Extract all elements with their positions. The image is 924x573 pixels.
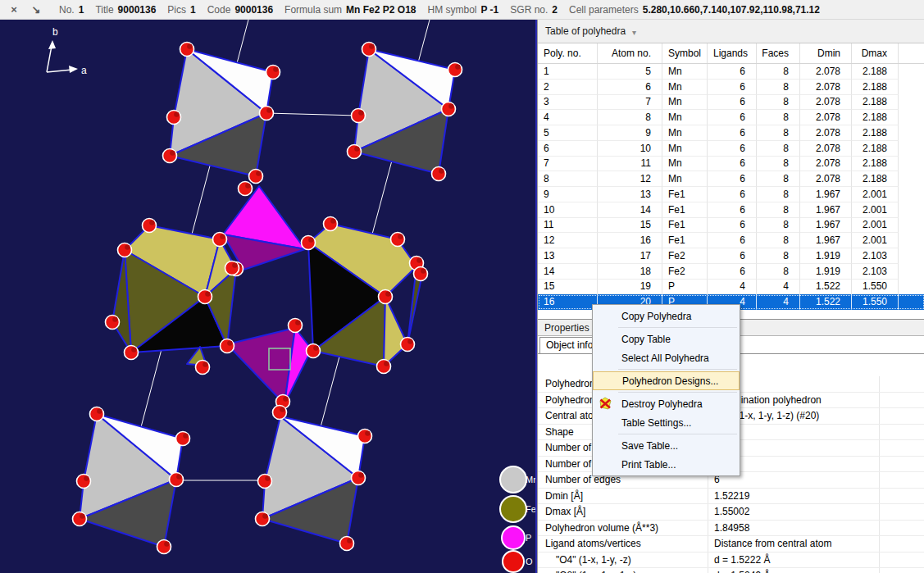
- column-header-dmax[interactable]: Dmax: [852, 43, 899, 63]
- field-label: Pics: [167, 4, 186, 16]
- cell: 2.103: [852, 248, 899, 264]
- oxygen-atom[interactable]: [302, 236, 316, 250]
- cell: 2.078: [800, 125, 852, 141]
- oxygen-atom[interactable]: [289, 319, 303, 333]
- oxygen-atom[interactable]: [432, 167, 446, 181]
- cell: 6: [708, 110, 757, 125]
- column-header-ligands[interactable]: Ligands: [708, 43, 757, 63]
- oxygen-atom[interactable]: [377, 360, 391, 374]
- oxygen-atom[interactable]: [379, 290, 393, 304]
- oxygen-atom[interactable]: [163, 149, 177, 163]
- oxygen-atom[interactable]: [198, 290, 212, 304]
- oxygen-atom[interactable]: [170, 473, 184, 487]
- oxygen-atom[interactable]: [225, 261, 239, 275]
- chevron-down-icon[interactable]: ▾: [632, 28, 636, 37]
- column-header-atom-no-[interactable]: Atom no.: [598, 43, 662, 63]
- cell: 13: [538, 248, 598, 264]
- table-row[interactable]: 1317Fe2681.9192.103: [538, 248, 924, 264]
- oxygen-atom[interactable]: [401, 338, 415, 352]
- table-row[interactable]: 1014Fe1681.9672.001: [538, 202, 924, 218]
- oxygen-atom[interactable]: [258, 475, 272, 489]
- oxygen-atom[interactable]: [352, 109, 366, 123]
- oxygen-atom[interactable]: [249, 170, 263, 184]
- oxygen-atom[interactable]: [362, 43, 376, 57]
- oxygen-atom[interactable]: [358, 430, 372, 443]
- cell: 1.967: [800, 233, 852, 248]
- oxygen-atom[interactable]: [90, 407, 104, 421]
- column-header-dmin[interactable]: Dmin: [800, 43, 852, 63]
- tab-object-info[interactable]: Object info: [539, 337, 599, 353]
- menu-item-print-table[interactable]: Print Table...: [593, 455, 740, 474]
- menu-item-select-all-polyhedra[interactable]: Select All Polyhedra: [593, 348, 740, 367]
- cell: P: [662, 280, 708, 295]
- field-pics: Pics1: [167, 4, 195, 16]
- oxygen-atom[interactable]: [143, 219, 157, 233]
- oxygen-atom[interactable]: [340, 537, 354, 551]
- menu-item-destroy-polyhedra[interactable]: Destroy Polyhedra: [593, 394, 740, 413]
- cell: 8: [598, 110, 662, 125]
- table-row[interactable]: 15Mn682.0782.188: [538, 64, 924, 80]
- oxygen-atom[interactable]: [125, 346, 139, 360]
- table-row[interactable]: 1418Fe2681.9192.103: [538, 264, 924, 280]
- column-header-poly-no-[interactable]: Poly. no.: [538, 43, 598, 63]
- structure-3d-viewport[interactable]: abMnFePO: [0, 20, 537, 573]
- oxygen-atom[interactable]: [324, 217, 338, 231]
- oxygen-atom[interactable]: [307, 344, 321, 358]
- oxygen-atom[interactable]: [167, 111, 181, 125]
- cell: Fe2: [662, 248, 708, 264]
- table-row[interactable]: 59Mn682.0782.188: [538, 125, 924, 141]
- table-row[interactable]: 913Fe1681.9672.001: [538, 187, 924, 202]
- cell: 2.188: [852, 80, 899, 95]
- table-row[interactable]: 48Mn682.0782.188: [538, 110, 924, 125]
- legend-swatch-p: [502, 526, 525, 549]
- menu-separator: [618, 369, 737, 370]
- oxygen-atom[interactable]: [348, 145, 362, 159]
- menu-item-save-table[interactable]: Save Table...: [593, 436, 740, 455]
- oxygen-atom[interactable]: [391, 233, 405, 247]
- column-header-faces[interactable]: Faces: [757, 43, 800, 63]
- table-row[interactable]: 1519P441.5221.550: [538, 280, 924, 295]
- table-row[interactable]: 711Mn682.0782.188: [538, 157, 924, 172]
- oxygen-atom[interactable]: [180, 43, 194, 57]
- menu-item-table-settings[interactable]: Table Settings...: [593, 413, 740, 432]
- oxygen-atom[interactable]: [256, 512, 270, 526]
- cell: 1.919: [800, 248, 852, 264]
- table-row[interactable]: 1115Fe1681.9672.001: [538, 218, 924, 234]
- restore-arrow-icon[interactable]: ↘: [30, 3, 42, 16]
- table-row[interactable]: 1216Fe1681.9672.001: [538, 233, 924, 248]
- menu-item-copy-polyhedra[interactable]: Copy Polyhedra: [593, 307, 740, 325]
- oxygen-atom[interactable]: [221, 339, 234, 353]
- oxygen-atom[interactable]: [106, 316, 120, 330]
- property-label: Dmax [Å]: [538, 504, 708, 520]
- table-row[interactable]: 812Mn682.0782.188: [538, 171, 924, 187]
- oxygen-atom[interactable]: [352, 471, 366, 485]
- property-value: d = 1.5249 Å: [708, 568, 880, 573]
- close-icon[interactable]: ×: [8, 3, 20, 16]
- menu-item-polyhedron-designs[interactable]: Polyhedron Designs...: [593, 371, 740, 390]
- table-row[interactable]: 610Mn682.0782.188: [538, 141, 924, 157]
- oxygen-atom[interactable]: [448, 63, 462, 77]
- oxygen-atom[interactable]: [414, 267, 428, 281]
- property-value: d = 1.5222 Å: [708, 553, 880, 568]
- oxygen-atom[interactable]: [196, 361, 210, 375]
- oxygen-atom[interactable]: [157, 540, 171, 554]
- cell: 4: [757, 280, 800, 295]
- table-panel-titlebar: Table of polyhedra ▾: [538, 20, 924, 43]
- cell-filler: [899, 171, 924, 187]
- oxygen-atom[interactable]: [239, 182, 253, 196]
- oxygen-atom[interactable]: [118, 243, 132, 257]
- oxygen-atom[interactable]: [213, 233, 227, 247]
- column-header-symbol[interactable]: Symbol: [662, 43, 708, 63]
- oxygen-atom[interactable]: [73, 512, 87, 526]
- table-row[interactable]: 37Mn682.0782.188: [538, 95, 924, 111]
- oxygen-atom[interactable]: [442, 102, 456, 116]
- oxygen-atom[interactable]: [260, 107, 274, 121]
- menu-item-copy-table[interactable]: Copy Table: [593, 330, 740, 348]
- cell: 10: [538, 202, 598, 218]
- oxygen-atom[interactable]: [273, 406, 287, 420]
- table-row[interactable]: 26Mn682.0782.188: [538, 80, 924, 95]
- cell: 8: [757, 64, 800, 80]
- oxygen-atom[interactable]: [77, 475, 91, 489]
- oxygen-atom[interactable]: [176, 432, 190, 446]
- oxygen-atom[interactable]: [266, 66, 280, 80]
